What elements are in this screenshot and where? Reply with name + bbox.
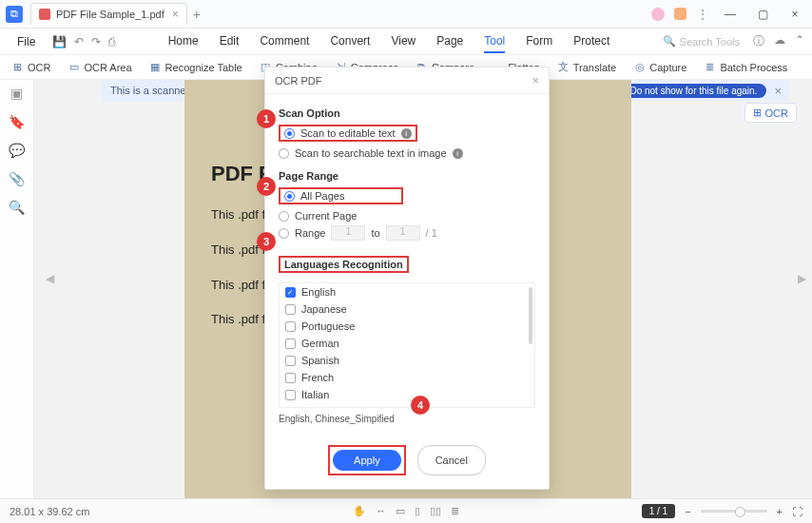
search-tools[interactable]: 🔍 Search Tools bbox=[663, 35, 740, 48]
new-tab-button[interactable]: + bbox=[193, 7, 201, 22]
info-icon[interactable]: i bbox=[401, 128, 412, 139]
selected-languages-summary: English, Chinese_Simpified bbox=[279, 414, 535, 424]
thumbnails-icon[interactable]: ▣ bbox=[10, 86, 23, 101]
search-icon: 🔍 bbox=[663, 35, 676, 48]
page-dimensions: 28.01 x 39.62 cm bbox=[10, 506, 89, 517]
banner-dismiss[interactable]: Do not show for this file again. bbox=[620, 84, 766, 98]
info-icon[interactable]: i bbox=[453, 148, 463, 159]
ocr-icon: ⊞ bbox=[753, 107, 762, 119]
zoom-in-icon[interactable]: + bbox=[777, 506, 783, 517]
document-tab[interactable]: PDF File Sample_1.pdf × bbox=[30, 3, 187, 25]
radio-searchable-image[interactable] bbox=[279, 148, 289, 159]
lang-check-portuguese[interactable] bbox=[285, 321, 296, 332]
titlebar: ⧉ PDF File Sample_1.pdf × + ⋮ — ▢ × bbox=[0, 0, 812, 29]
redo-icon[interactable]: ↷ bbox=[91, 35, 101, 48]
undo-icon[interactable]: ↶ bbox=[74, 35, 84, 48]
lang-check-german[interactable] bbox=[285, 339, 296, 349]
lang-check-japanese[interactable] bbox=[285, 304, 296, 315]
tab-home[interactable]: Home bbox=[168, 30, 199, 53]
radio-current-label: Current Page bbox=[295, 210, 357, 222]
scan-option-title: Scan Option bbox=[279, 107, 535, 119]
zoom-out-icon[interactable]: − bbox=[685, 506, 690, 517]
menubar: File 💾 ↶ ↷ ⎙ Home Edit Comment Convert V… bbox=[0, 29, 812, 55]
tab-title: PDF File Sample_1.pdf bbox=[56, 9, 164, 20]
lang-check-english[interactable]: ✓ bbox=[285, 287, 296, 298]
tab-form[interactable]: Form bbox=[526, 30, 552, 53]
tab-convert[interactable]: Convert bbox=[330, 30, 370, 53]
save-icon[interactable]: 💾 bbox=[52, 35, 67, 48]
tool-recognize-table[interactable]: ▦Recognize Table bbox=[149, 61, 242, 73]
tool-translate[interactable]: 文Translate bbox=[557, 61, 616, 73]
close-window-button[interactable]: × bbox=[783, 8, 806, 21]
left-sidebar: ▣ 🔖 💬 📎 🔍 bbox=[0, 80, 34, 498]
ocr-modal: OCR PDF × Scan Option Scan to editable t… bbox=[264, 67, 550, 490]
single-page-icon[interactable]: ▯ bbox=[415, 505, 420, 517]
tool-ocr[interactable]: ⊞OCR bbox=[11, 61, 50, 73]
lang-check-italian[interactable] bbox=[285, 390, 296, 400]
fit-page-icon[interactable]: ▭ bbox=[396, 505, 405, 517]
languages-list: ✓English Japanese Portuguese German Span… bbox=[279, 282, 535, 408]
languages-title: Languages Recognition bbox=[279, 256, 409, 273]
ocr-floating-button[interactable]: ⊞ OCR bbox=[744, 103, 797, 123]
range-to-input[interactable]: 1 bbox=[386, 225, 420, 241]
pdf-icon bbox=[39, 9, 50, 20]
avatar-icon[interactable] bbox=[651, 8, 665, 21]
callout-3: 3 bbox=[257, 232, 276, 251]
maximize-button[interactable]: ▢ bbox=[751, 8, 774, 21]
fit-width-icon[interactable]: ↔ bbox=[376, 505, 386, 517]
tab-comment[interactable]: Comment bbox=[260, 30, 309, 53]
print-icon[interactable]: ⎙ bbox=[108, 35, 115, 48]
more-icon[interactable]: ⋮ bbox=[696, 7, 709, 22]
tab-edit[interactable]: Edit bbox=[220, 30, 240, 53]
tab-tool[interactable]: Tool bbox=[484, 30, 505, 53]
cloud-icon[interactable]: ☁ bbox=[774, 33, 785, 49]
banner-close-icon[interactable]: × bbox=[774, 84, 782, 98]
scrollbar[interactable] bbox=[529, 287, 532, 344]
radio-range[interactable] bbox=[279, 228, 289, 239]
tab-protect[interactable]: Protect bbox=[573, 30, 609, 53]
continuous-icon[interactable]: ≣ bbox=[451, 505, 459, 517]
radio-current-page[interactable] bbox=[279, 211, 289, 222]
fullscreen-icon[interactable]: ⛶ bbox=[792, 506, 802, 517]
search-panel-icon[interactable]: 🔍 bbox=[9, 200, 25, 215]
chevron-up-icon[interactable]: ⌃ bbox=[795, 33, 804, 49]
minimize-button[interactable]: — bbox=[719, 8, 742, 21]
radio-searchable-label: Scan to searchable text in image bbox=[295, 147, 447, 159]
range-from-input[interactable]: 1 bbox=[331, 225, 365, 241]
apply-button[interactable]: Apply bbox=[333, 450, 401, 471]
close-tab-icon[interactable]: × bbox=[172, 8, 179, 21]
tool-batch[interactable]: ≣Batch Process bbox=[704, 61, 787, 73]
tool-ocr-area[interactable]: ▭OCR Area bbox=[68, 61, 131, 73]
two-page-icon[interactable]: ▯▯ bbox=[430, 505, 441, 517]
radio-all-pages[interactable] bbox=[284, 191, 295, 202]
modal-title: OCR PDF bbox=[275, 75, 322, 87]
bookmark-icon[interactable]: 🔖 bbox=[9, 114, 25, 129]
tool-capture[interactable]: ◎Capture bbox=[633, 61, 686, 73]
attachments-icon[interactable]: 📎 bbox=[9, 171, 25, 186]
page-indicator[interactable]: 1 / 1 bbox=[642, 504, 675, 518]
comments-icon[interactable]: 💬 bbox=[9, 143, 25, 158]
tab-view[interactable]: View bbox=[391, 30, 416, 53]
hand-tool-icon[interactable]: ✋ bbox=[353, 505, 366, 517]
lang-check-chinese-trad[interactable] bbox=[285, 407, 296, 409]
next-page-icon[interactable]: ▶ bbox=[798, 272, 806, 285]
radio-editable-text[interactable] bbox=[284, 128, 295, 139]
main-tabs: Home Edit Comment Convert View Page Tool… bbox=[119, 30, 658, 53]
app-icon: ⧉ bbox=[6, 6, 23, 23]
page-range-title: Page Range bbox=[279, 170, 535, 182]
share-icon[interactable] bbox=[674, 8, 686, 20]
file-menu[interactable]: File bbox=[8, 32, 45, 51]
modal-close-icon[interactable]: × bbox=[532, 73, 539, 87]
range-label: Range bbox=[295, 227, 325, 239]
radio-all-label: All Pages bbox=[300, 190, 344, 202]
zoom-slider[interactable] bbox=[701, 510, 767, 513]
tab-page[interactable]: Page bbox=[436, 30, 463, 53]
lang-check-spanish[interactable] bbox=[285, 356, 296, 366]
lang-check-french[interactable] bbox=[285, 373, 296, 383]
radio-editable-label: Scan to editable text bbox=[300, 127, 396, 139]
callout-4: 4 bbox=[411, 396, 430, 415]
cancel-button[interactable]: Cancel bbox=[417, 445, 486, 475]
callout-2: 2 bbox=[257, 177, 276, 196]
status-bar: 28.01 x 39.62 cm ✋ ↔ ▭ ▯ ▯▯ ≣ 1 / 1 − + … bbox=[0, 498, 812, 523]
help-icon[interactable]: ⓘ bbox=[753, 33, 764, 49]
